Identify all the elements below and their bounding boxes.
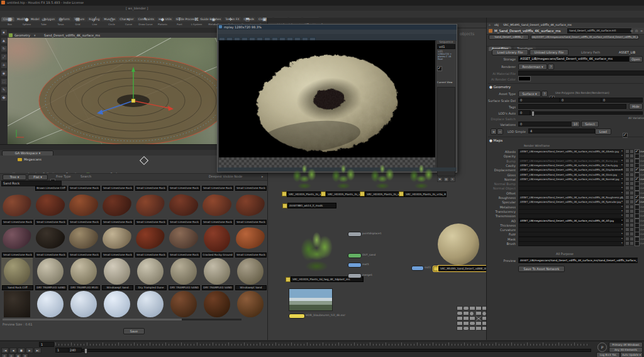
playbar-option-icon[interactable]: ▦ xyxy=(15,353,21,357)
scale-tool-icon[interactable]: ⤢ xyxy=(1,54,8,60)
map-expand-icon[interactable]: ▾ xyxy=(621,209,623,212)
hdri-node-thumbnail[interactable] xyxy=(289,288,333,311)
map-expand-icon[interactable]: ▾ xyxy=(621,177,623,180)
browser-item[interactable] xyxy=(1,290,33,318)
browser-item[interactable]: Small Limestone Rock xyxy=(35,192,66,224)
map-expand-icon[interactable]: ▾ xyxy=(621,181,623,184)
node-shape-option[interactable] xyxy=(475,316,482,321)
surface-scale-field[interactable]: 0 xyxy=(560,98,601,103)
map-expand-icon[interactable]: ▾ xyxy=(621,191,623,194)
asset-type-help-button[interactable]: ? xyxy=(541,91,548,97)
map-file-browse-icon[interactable] xyxy=(625,205,630,209)
maps-section-header[interactable]: ● Maps xyxy=(489,139,502,142)
map-field-brush[interactable] xyxy=(518,241,624,246)
view-tool-icon[interactable]: � xyxy=(1,94,8,101)
map-expand-icon[interactable]: ▾ xyxy=(621,205,623,208)
timeline-ruler[interactable] xyxy=(55,342,590,346)
map-expand-icon[interactable]: ▾ xyxy=(621,163,623,166)
mplay-sidebar-button[interactable]: ▤ xyxy=(443,177,449,182)
playbar-option-icon[interactable]: ⚙ xyxy=(22,353,28,357)
map-reload-icon[interactable] xyxy=(630,149,634,154)
map-reload-icon[interactable] xyxy=(630,154,634,158)
browser-item[interactable]: Dry Trampled Dune xyxy=(135,258,166,289)
expand-arrow-icon[interactable]: ▸ xyxy=(262,174,264,178)
node-shape-option[interactable] xyxy=(469,306,475,310)
ai-color-swatch[interactable] xyxy=(518,76,531,81)
plant-texture-thumbnail[interactable] xyxy=(364,162,401,190)
parameter-node-file[interactable]: Sand_Desert_vdlffls_4K_surface.mtl xyxy=(567,28,631,33)
node-shape-option[interactable] xyxy=(475,311,482,315)
map-file-browse-icon[interactable] xyxy=(625,154,630,158)
map-expand-icon[interactable]: ▾ xyxy=(621,195,623,198)
map-expand-icon[interactable]: ▾ xyxy=(621,154,623,157)
map-expand-icon[interactable]: ▾ xyxy=(621,213,623,217)
map-expand-icon[interactable]: ▾ xyxy=(621,186,623,189)
browser-hscrollbar[interactable] xyxy=(3,319,242,320)
map-reload-icon[interactable] xyxy=(630,213,634,218)
browser-item[interactable] xyxy=(168,290,199,318)
map-expand-icon[interactable]: ▾ xyxy=(621,149,623,152)
map-reload-icon[interactable] xyxy=(630,227,634,232)
save-to-asset-network-button[interactable]: Save To Asset Network xyxy=(518,266,565,272)
plant-texture-thumbnail[interactable] xyxy=(286,162,323,190)
range-end-field[interactable]: 240 xyxy=(68,348,82,353)
shelf-tool-circle[interactable]: ○Circle xyxy=(103,16,120,26)
transport-button[interactable]: ▶| xyxy=(34,348,42,353)
browser-item[interactable]: Cracked Rocky Ground xyxy=(201,225,233,256)
map-file-browse-icon[interactable] xyxy=(625,213,630,218)
browser-item[interactable] xyxy=(235,290,266,318)
renderer-help-button[interactable]: ? xyxy=(548,64,554,70)
library-chip[interactable]: /obj/ASSET_LIB/megascans/Sand_Desert_vdl… xyxy=(531,35,639,40)
storage-field[interactable]: ASSET_LIB/megascans/Sand_Desert_vdlffls_… xyxy=(518,56,630,62)
node-shape-option[interactable] xyxy=(469,321,475,326)
map-file-browse-icon[interactable] xyxy=(625,195,630,200)
lock-icon[interactable]: ⊡ xyxy=(635,29,638,33)
map-expand-icon[interactable]: ▾ xyxy=(621,218,623,222)
shelf-tool-font[interactable]: TFont xyxy=(171,16,188,26)
asset-chip[interactable]: Sand_Desert_vdBBb_l xyxy=(489,35,529,40)
shelf-tool-sphere[interactable]: ●Sphere xyxy=(18,16,35,26)
network-node-chip[interactable] xyxy=(348,232,362,237)
map-expand-icon[interactable]: ▾ xyxy=(621,223,623,226)
browser-item[interactable]: Small Limestone Rock xyxy=(168,225,199,256)
node-shape-option[interactable] xyxy=(463,321,469,326)
map-reload-icon[interactable] xyxy=(630,195,634,200)
viewport-node-path[interactable]: Sand_Desert_vdlffls_4K_surface_ms xyxy=(44,33,100,37)
map-reload-icon[interactable] xyxy=(630,223,634,227)
node-shape-option[interactable] xyxy=(457,321,463,326)
shelf-tool-box[interactable]: ▦Box xyxy=(1,16,18,26)
shelf-tool-line[interactable]: ╱Line xyxy=(86,16,103,26)
shelf-tool-torus[interactable]: ◎Torus xyxy=(52,16,69,26)
node-shape-option[interactable] xyxy=(457,326,463,331)
browser-item[interactable] xyxy=(135,290,166,318)
plant-texture-thumbnail[interactable] xyxy=(325,162,362,190)
viewport-context-dropdown[interactable]: Geometry xyxy=(14,33,30,37)
browser-item[interactable] xyxy=(68,290,99,318)
unload-library-button[interactable]: Unload Library File xyxy=(530,49,569,55)
node-shape-option[interactable] xyxy=(457,306,463,310)
lods-auto-slider[interactable] xyxy=(530,111,643,115)
node-shape-option[interactable] xyxy=(463,316,469,320)
status-dial[interactable]: P xyxy=(597,343,607,352)
browser-item[interactable]: Small Limestone Rock xyxy=(135,192,166,224)
select-tool-icon[interactable]: ▪ xyxy=(1,29,8,36)
preview-field[interactable]: ASSET_LIB/megascans/Sand_Desert_vdlffls_… xyxy=(518,258,638,263)
node-shape-option[interactable] xyxy=(457,311,463,315)
parameter-breadcrumb-root[interactable]: obj xyxy=(494,23,499,26)
map-reload-icon[interactable] xyxy=(630,159,634,163)
network-node-chip[interactable] xyxy=(348,253,362,258)
browser-item[interactable]: Small Limestone Rock xyxy=(201,192,233,224)
mplay-sequence-dropdown[interactable]: vd1 xyxy=(437,44,455,49)
parameter-breadcrumb-node[interactable]: SRC_M5495_Sand_Desert_vdlffls_4K_surface… xyxy=(503,23,572,26)
map-expand-icon[interactable]: ▾ xyxy=(621,167,623,171)
map-reload-icon[interactable] xyxy=(630,186,634,190)
mplay-sequence-list[interactable] xyxy=(437,87,455,176)
map-reload-icon[interactable] xyxy=(630,218,634,223)
node-shape-option[interactable] xyxy=(475,321,482,326)
browser-item[interactable]: Windswept Sand xyxy=(101,258,133,289)
browser-item[interactable]: Small Limestone Rock xyxy=(68,192,99,224)
lasso-tool-icon[interactable]: ⬚ xyxy=(1,78,8,85)
map-file-browse-icon[interactable] xyxy=(625,163,630,167)
plant-texture-thumbnail[interactable] xyxy=(403,162,440,190)
map-file-browse-icon[interactable] xyxy=(625,209,630,213)
